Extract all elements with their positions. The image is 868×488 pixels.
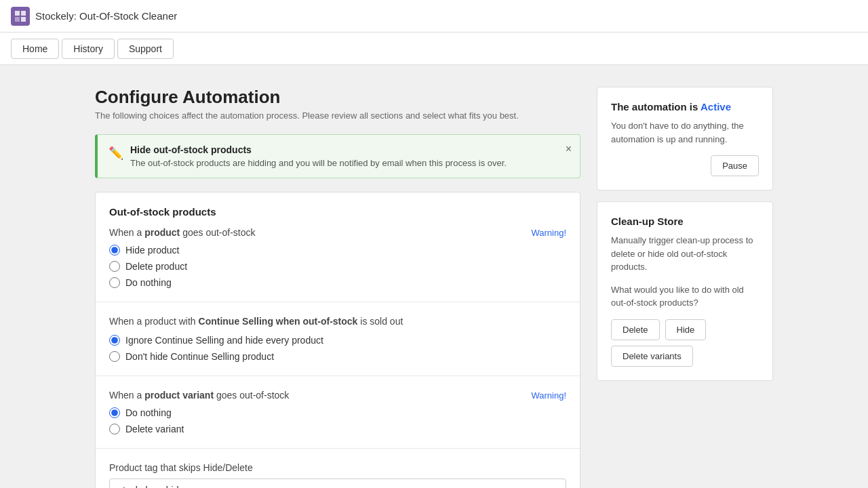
radio-do-nothing-product[interactable]: Do nothing bbox=[109, 277, 566, 288]
notification-banner: ✏️ Hide out-of-stock products The out-of… bbox=[95, 134, 580, 178]
cleanup-delete-button[interactable]: Delete bbox=[611, 319, 660, 340]
nav-history[interactable]: History bbox=[62, 39, 115, 59]
automation-active-word: Active bbox=[701, 101, 731, 113]
cleanup-desc2: What would you like to do with old out-o… bbox=[611, 283, 759, 310]
nav-bar: Home History Support bbox=[0, 33, 868, 65]
continue-selling-radio-group: Ignore Continue Selling and hide every p… bbox=[109, 335, 566, 362]
automation-status-card: The automation is Active You don't have … bbox=[597, 87, 773, 190]
radio-do-nothing-variant[interactable]: Do nothing bbox=[109, 407, 566, 418]
automation-status-desc: You don't have to do anything, the autom… bbox=[611, 119, 759, 146]
banner-desc: The out-of-stock products are hidding an… bbox=[130, 158, 507, 168]
nav-home[interactable]: Home bbox=[11, 39, 59, 59]
variant-section: When a product variant goes out-of-stock… bbox=[96, 376, 580, 449]
radio-hide-product[interactable]: Hide product bbox=[109, 245, 566, 256]
cleanup-btn-group: Delete Hide Delete variants bbox=[611, 319, 759, 367]
continue-selling-label: When a product with Continue Selling whe… bbox=[109, 316, 403, 327]
cleanup-delete-variants-button[interactable]: Delete variants bbox=[611, 346, 693, 367]
tag-input[interactable] bbox=[109, 479, 566, 488]
radio-ignore-continue[interactable]: Ignore Continue Selling and hide every p… bbox=[109, 335, 566, 346]
page-subtitle: The following choices affect the automat… bbox=[95, 110, 580, 121]
product-label: When a product goes out-of-stock bbox=[109, 227, 256, 238]
tag-section: Product tag that skips Hide/Delete bbox=[96, 449, 580, 488]
banner-title: Hide out-of-stock products bbox=[130, 144, 507, 155]
cleanup-desc1: Manually trigger clean-up process to del… bbox=[611, 234, 759, 274]
svg-rect-0 bbox=[15, 11, 20, 16]
cleanup-hide-button[interactable]: Hide bbox=[665, 319, 707, 340]
oos-section-title: Out-of-stock products bbox=[109, 206, 566, 218]
app-title: Stockely: Out-Of-Stock Cleaner bbox=[35, 10, 177, 22]
product-radio-group: Hide product Delete product Do nothing bbox=[109, 245, 566, 288]
variant-warning-link[interactable]: Warning! bbox=[531, 390, 566, 401]
radio-delete-product[interactable]: Delete product bbox=[109, 261, 566, 272]
continue-selling-section: When a product with Continue Selling whe… bbox=[96, 302, 580, 376]
product-warning-link[interactable]: Warning! bbox=[531, 228, 566, 238]
cleanup-card: Clean-up Store Manually trigger clean-up… bbox=[597, 201, 773, 381]
logo-icon bbox=[11, 7, 30, 26]
page-title: Configure Automation bbox=[95, 87, 580, 108]
svg-rect-2 bbox=[15, 17, 20, 22]
variant-label: When a product variant goes out-of-stock bbox=[109, 390, 289, 401]
oos-products-section: Out-of-stock products When a product goe… bbox=[96, 192, 580, 302]
pause-button[interactable]: Pause bbox=[711, 155, 759, 176]
cleanup-title: Clean-up Store bbox=[611, 216, 759, 227]
tag-label: Product tag that skips Hide/Delete bbox=[109, 462, 566, 473]
radio-dont-hide-continue[interactable]: Don't hide Continue Selling product bbox=[109, 351, 566, 362]
nav-support[interactable]: Support bbox=[117, 39, 174, 59]
banner-close-button[interactable]: × bbox=[566, 143, 572, 155]
banner-icon: ✏️ bbox=[108, 146, 123, 161]
svg-rect-3 bbox=[21, 17, 26, 22]
radio-delete-variant[interactable]: Delete variant bbox=[109, 424, 566, 434]
app-logo: Stockely: Out-Of-Stock Cleaner bbox=[11, 7, 177, 26]
automation-status-title: The automation is Active bbox=[611, 101, 759, 113]
svg-rect-1 bbox=[21, 11, 26, 16]
variant-radio-group: Do nothing Delete variant bbox=[109, 407, 566, 434]
